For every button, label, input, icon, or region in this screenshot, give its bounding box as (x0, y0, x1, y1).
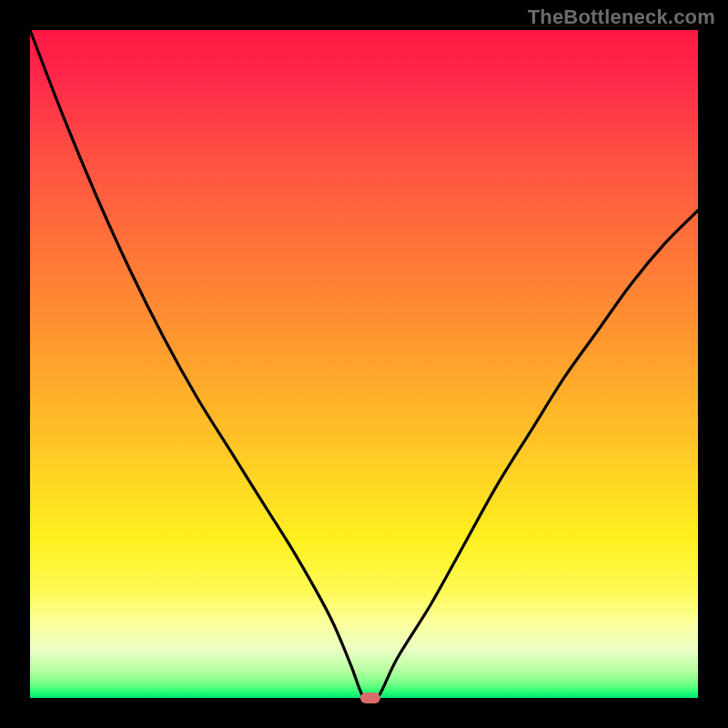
watermark-text: TheBottleneck.com (528, 5, 715, 29)
curve-path (30, 30, 698, 698)
bottleneck-curve (30, 30, 698, 698)
min-marker (360, 693, 380, 703)
plot-area (30, 30, 698, 698)
chart-frame: TheBottleneck.com (0, 0, 728, 728)
